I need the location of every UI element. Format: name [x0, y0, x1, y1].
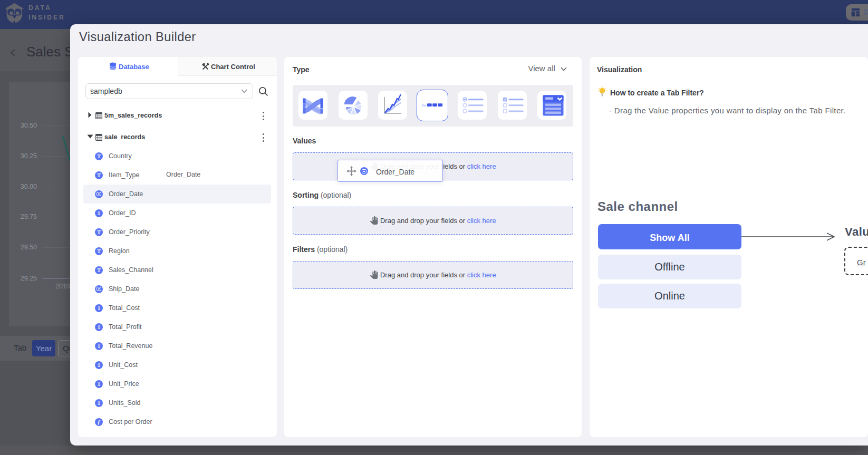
svg-text:Tab: Tab — [421, 104, 426, 107]
